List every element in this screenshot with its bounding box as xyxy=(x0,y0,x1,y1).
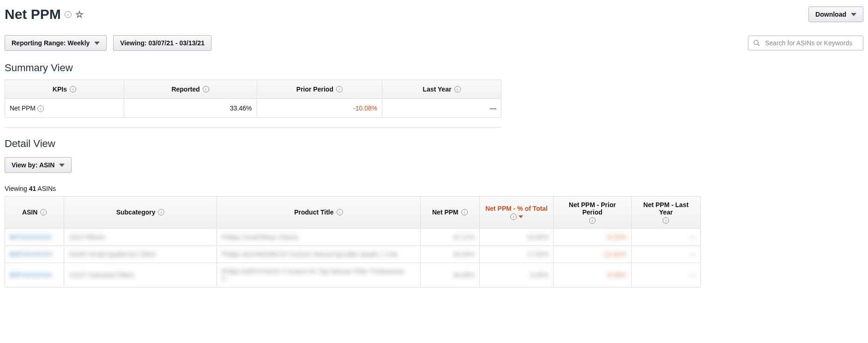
col-last-year-label: Last Year xyxy=(423,86,452,93)
view-by-label: View by: ASIN xyxy=(12,161,54,169)
info-icon[interactable]: i xyxy=(158,209,164,215)
table-row[interactable]: B0TXXXXXXX 1010 Pillows Philips SmartSle… xyxy=(5,228,701,245)
search-icon xyxy=(753,39,760,47)
col-last-year[interactable]: Net PPM - Last Yeari xyxy=(631,196,700,228)
viewing-range-dropdown[interactable]: Viewing: 03/07/21 - 03/13/21 xyxy=(113,35,211,51)
chevron-down-icon xyxy=(94,42,100,45)
col-asin[interactable]: ASINi xyxy=(5,196,64,228)
summary-prior-value: -10.08% xyxy=(257,99,382,118)
col-kpis-label: KPIs xyxy=(53,86,67,93)
info-icon[interactable]: i xyxy=(454,86,461,92)
info-icon[interactable]: i xyxy=(337,209,343,215)
info-icon[interactable]: i xyxy=(65,11,72,18)
col-prior-period-label: Prior Period xyxy=(296,86,333,93)
detail-table: ASINi Subcategoryi Product Titlei Net PP… xyxy=(5,196,701,287)
reporting-range-label: Reporting Range: Weekly xyxy=(12,39,90,47)
col-product-title[interactable]: Product Titlei xyxy=(217,196,420,228)
sort-desc-icon xyxy=(518,215,523,218)
col-pct-of-total[interactable]: Net PPM - % of Totali xyxy=(480,196,554,228)
star-icon[interactable]: ☆ xyxy=(75,9,84,20)
summary-table: KPIsi Reportedi Prior Periodi Last Yeari… xyxy=(5,80,501,118)
chevron-down-icon xyxy=(851,13,856,16)
download-label: Download xyxy=(815,11,846,18)
page-title: Net PPM i ☆ xyxy=(5,6,84,22)
table-row[interactable]: B0PXXXXXXX 26400 Small Appliances Other … xyxy=(5,245,701,263)
search-box[interactable] xyxy=(748,36,863,50)
info-icon[interactable]: i xyxy=(336,86,343,92)
download-button[interactable]: Download xyxy=(808,6,863,22)
summary-row-label: Net PPM xyxy=(10,104,36,112)
summary-reported-value: 33.46% xyxy=(124,99,257,118)
col-subcategory[interactable]: Subcategoryi xyxy=(64,196,217,228)
summary-last-year-value: — xyxy=(382,99,501,118)
info-icon[interactable]: i xyxy=(40,209,47,215)
svg-line-1 xyxy=(758,44,760,46)
viewing-range-label: Viewing: 03/07/21 - 03/13/21 xyxy=(120,39,205,47)
table-row[interactable]: B0PXXXXXXX 10107 Industrial Filters Phil… xyxy=(5,263,701,287)
search-input[interactable] xyxy=(764,39,858,47)
summary-view-title: Summary View xyxy=(5,62,863,74)
reporting-range-dropdown[interactable]: Reporting Range: Weekly xyxy=(5,35,107,51)
col-net-ppm[interactable]: Net PPMi xyxy=(420,196,479,228)
divider xyxy=(5,127,501,128)
info-icon[interactable]: i xyxy=(589,217,596,224)
info-icon[interactable]: i xyxy=(70,86,76,92)
info-icon[interactable]: i xyxy=(37,105,44,112)
page-title-text: Net PPM xyxy=(5,6,61,22)
view-by-dropdown[interactable]: View by: ASIN xyxy=(5,157,72,173)
viewing-count: Viewing 41 ASINs xyxy=(5,185,863,192)
info-icon[interactable]: i xyxy=(510,214,517,220)
summary-row: Net PPM i 33.46% -10.08% — xyxy=(5,99,501,118)
info-icon[interactable]: i xyxy=(663,217,669,224)
svg-point-0 xyxy=(754,40,758,44)
col-prior-period[interactable]: Net PPM - Prior Periodi xyxy=(554,196,631,228)
detail-view-title: Detail View xyxy=(5,138,863,150)
info-icon[interactable]: i xyxy=(203,86,209,92)
col-reported-label: Reported xyxy=(171,86,199,93)
chevron-down-icon xyxy=(59,164,65,167)
info-icon[interactable]: i xyxy=(461,209,468,215)
